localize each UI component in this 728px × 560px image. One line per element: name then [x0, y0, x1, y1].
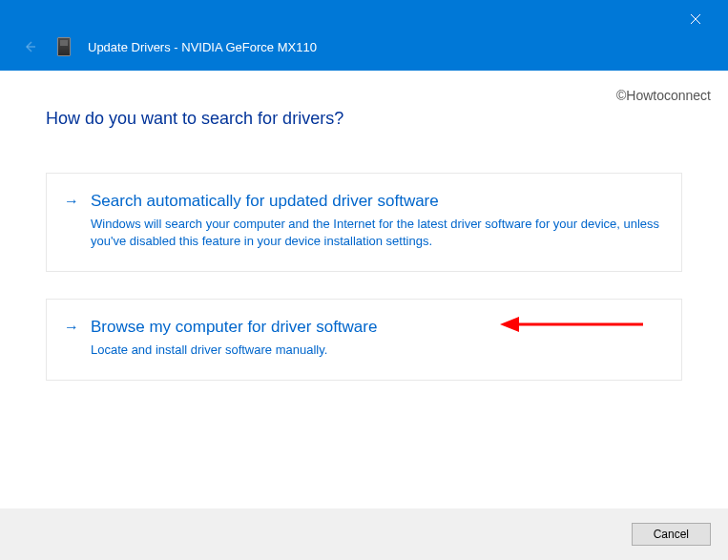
- cancel-button[interactable]: Cancel: [632, 523, 711, 546]
- titlebar: Update Drivers - NVIDIA GeForce MX110: [0, 0, 728, 71]
- option-title: Browse my computer for driver software: [91, 317, 664, 338]
- option-description: Windows will search your computer and th…: [91, 216, 664, 250]
- option-search-automatically[interactable]: → Search automatically for updated drive…: [46, 173, 682, 272]
- option-description: Locate and install driver software manua…: [91, 342, 664, 359]
- content-area: How do you want to search for drivers? →…: [0, 71, 728, 381]
- page-heading: How do you want to search for drivers?: [46, 109, 682, 129]
- arrow-right-icon: →: [64, 317, 79, 338]
- option-browse-computer[interactable]: → Browse my computer for driver software…: [46, 299, 682, 381]
- window-title: Update Drivers - NVIDIA GeForce MX110: [88, 40, 317, 54]
- back-button: [19, 36, 40, 57]
- device-icon: [57, 37, 71, 56]
- option-title: Search automatically for updated driver …: [91, 191, 664, 212]
- arrow-right-icon: →: [64, 191, 79, 212]
- close-icon: [690, 13, 701, 25]
- watermark: ©Howtoconnect: [616, 88, 711, 103]
- dialog-footer: Cancel: [0, 508, 728, 560]
- close-button[interactable]: [676, 6, 715, 32]
